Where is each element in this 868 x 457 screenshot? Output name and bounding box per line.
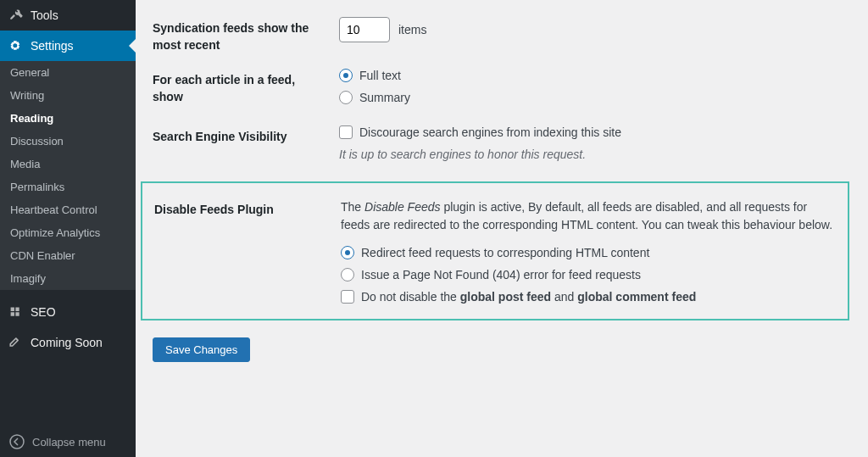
- sidebar-item-seo[interactable]: SEO: [0, 297, 136, 327]
- sub-item-imagify[interactable]: Imagify: [0, 267, 136, 290]
- field-label: Disable Feeds Plugin: [154, 198, 341, 219]
- sub-item-writing[interactable]: Writing: [0, 84, 136, 107]
- sub-item-cdn[interactable]: CDN Enabler: [0, 244, 136, 267]
- radio-404[interactable]: [341, 268, 354, 281]
- field-label: Syndication feeds show the most recent: [153, 17, 339, 53]
- admin-sidebar: Tools Settings General Writing Reading D…: [0, 0, 136, 457]
- radio-label: Summary: [359, 91, 410, 104]
- field-feed-show: For each article in a feed, show Full te…: [153, 69, 851, 105]
- tools-icon: [7, 7, 24, 24]
- save-changes-button[interactable]: Save Changes: [153, 337, 250, 362]
- disable-feeds-desc: The Disable Feeds plugin is active, By d…: [341, 198, 836, 234]
- checkbox-global-feeds[interactable]: [341, 290, 354, 304]
- sub-item-general[interactable]: General: [0, 61, 136, 84]
- sidebar-item-coming-soon[interactable]: Coming Soon: [0, 327, 136, 358]
- collapse-menu[interactable]: Collapse menu: [0, 426, 136, 457]
- sub-item-reading[interactable]: Reading: [0, 107, 136, 130]
- search-visibility-desc: It is up to search engines to honor this…: [339, 148, 851, 161]
- coming-soon-icon: [7, 334, 24, 351]
- sidebar-item-settings[interactable]: Settings: [0, 31, 136, 61]
- sub-item-optimize[interactable]: Optimize Analytics: [0, 221, 136, 244]
- field-label: For each article in a feed, show: [153, 69, 339, 105]
- settings-icon: [7, 37, 24, 54]
- radio-label: Redirect feed requests to corresponding …: [361, 246, 649, 259]
- feed-count-input[interactable]: [339, 17, 390, 42]
- checkbox-label: Discourage search engines from indexing …: [359, 125, 621, 139]
- menu-label: Coming Soon: [31, 336, 103, 349]
- menu-label: SEO: [31, 305, 56, 319]
- checkbox-discourage[interactable]: [339, 125, 353, 139]
- field-label: Search Engine Visibility: [153, 125, 339, 146]
- disable-feeds-section: Disable Feeds Plugin The Disable Feeds p…: [141, 181, 849, 320]
- radio-full-text[interactable]: [339, 69, 353, 82]
- svg-point-0: [10, 435, 24, 449]
- sub-item-heartbeat[interactable]: Heartbeat Control: [0, 198, 136, 221]
- menu-label: Tools: [31, 8, 58, 22]
- sidebar-item-tools[interactable]: Tools: [0, 0, 136, 31]
- sub-item-discussion[interactable]: Discussion: [0, 130, 136, 153]
- seo-icon: [7, 304, 24, 320]
- radio-redirect[interactable]: [341, 246, 354, 259]
- sub-item-permalinks[interactable]: Permalinks: [0, 176, 136, 198]
- field-disable-feeds: Disable Feeds Plugin The Disable Feeds p…: [154, 198, 836, 304]
- radio-label: Issue a Page Not Found (404) error for f…: [361, 268, 641, 281]
- sub-item-media[interactable]: Media: [0, 153, 136, 176]
- field-feed-count: Syndication feeds show the most recent i…: [153, 17, 851, 53]
- field-search-visibility: Search Engine Visibility Discourage sear…: [153, 125, 851, 161]
- radio-label: Full text: [359, 69, 401, 82]
- collapse-icon: [8, 433, 25, 450]
- settings-submenu: General Writing Reading Discussion Media…: [0, 61, 136, 290]
- feed-count-suffix: items: [398, 23, 426, 36]
- settings-content: Syndication feeds show the most recent i…: [136, 0, 868, 457]
- radio-summary[interactable]: [339, 91, 353, 104]
- menu-label: Settings: [31, 39, 74, 53]
- checkbox-label: Do not disable the global post feed and …: [361, 290, 696, 304]
- collapse-label: Collapse menu: [32, 436, 106, 449]
